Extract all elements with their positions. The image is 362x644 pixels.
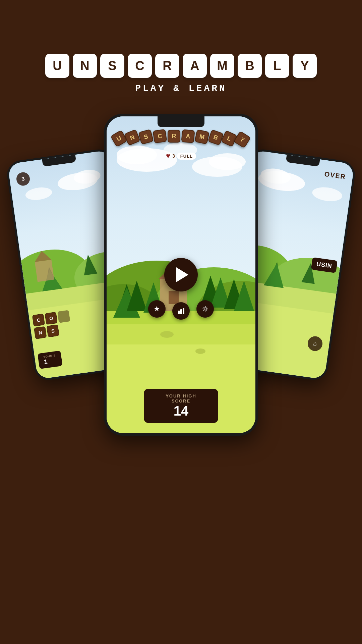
title-letter-n: N [73,54,97,78]
svg-point-45 [160,331,174,338]
svg-point-14 [311,185,343,203]
arc-a: A [181,129,195,143]
left-score-panel: YOUR S 1 [38,351,62,369]
left-tile-c: C [32,314,45,326]
phone-center-screen: U N S C R A M B L Y ♥ 3 FULL [107,116,255,433]
heart-icon: ♥ [166,152,170,160]
game-logo-arc: U N S C R A M B L Y [107,130,255,143]
heart-count: 3 [172,153,175,159]
title-letter-b: B [238,54,262,78]
svg-point-50 [204,308,206,310]
left-tile-n: N [34,326,47,339]
title-letter-m: M [210,54,234,78]
left-score-value: 1 [44,357,57,366]
high-score-value: 14 [161,404,201,418]
title-letters-container: U N S C R A M B L Y [45,54,317,78]
title-area: U N S C R A M B L Y PLAY & LEARN [45,54,317,94]
settings-icon [201,305,209,313]
svg-rect-10 [35,260,54,282]
title-letter-y: Y [293,54,317,78]
svg-rect-47 [178,311,180,314]
arc-m: M [194,129,209,144]
left-tile-o: O [45,312,57,325]
title-letter-l: L [265,54,289,78]
play-button[interactable] [164,258,198,291]
svg-rect-49 [183,308,184,314]
left-tile-empty [57,310,70,323]
title-letter-u: U [45,54,69,78]
phone-center: U N S C R A M B L Y ♥ 3 FULL [104,114,258,436]
svg-rect-48 [180,309,182,314]
icon-buttons-group: ★ [148,298,214,320]
full-badge: FULL [177,153,196,160]
svg-point-25 [209,153,246,170]
high-score-label: YOUR HIGH SCORE [161,393,201,404]
phone-center-notch [158,116,204,127]
settings-button[interactable] [196,300,214,318]
stats-icon [177,307,185,315]
title-letter-c: C [128,54,152,78]
stats-button[interactable] [172,302,190,320]
title-letter-a: A [183,54,207,78]
phones-container: 3 C O N S YOUR S 1 [0,114,362,583]
left-tile-s: S [47,324,59,337]
high-score-panel: YOUR HIGH SCORE 14 [144,389,218,423]
hearts-bar: ♥ 3 FULL [166,152,196,160]
star-button[interactable]: ★ [148,300,166,318]
arc-s: S [138,129,154,145]
svg-point-46 [195,348,205,354]
svg-point-23 [117,146,157,164]
play-triangle-icon [176,267,188,282]
title-letter-s: S [100,54,124,78]
arc-c: C [153,129,167,144]
svg-point-2 [24,186,53,202]
arc-r: R [168,130,180,143]
arc-letters: U N S C R A M B L Y [111,130,251,143]
app-subtitle: PLAY & LEARN [135,83,227,94]
left-letter-tiles: C O N S [32,310,72,339]
title-letter-r: R [155,54,179,78]
